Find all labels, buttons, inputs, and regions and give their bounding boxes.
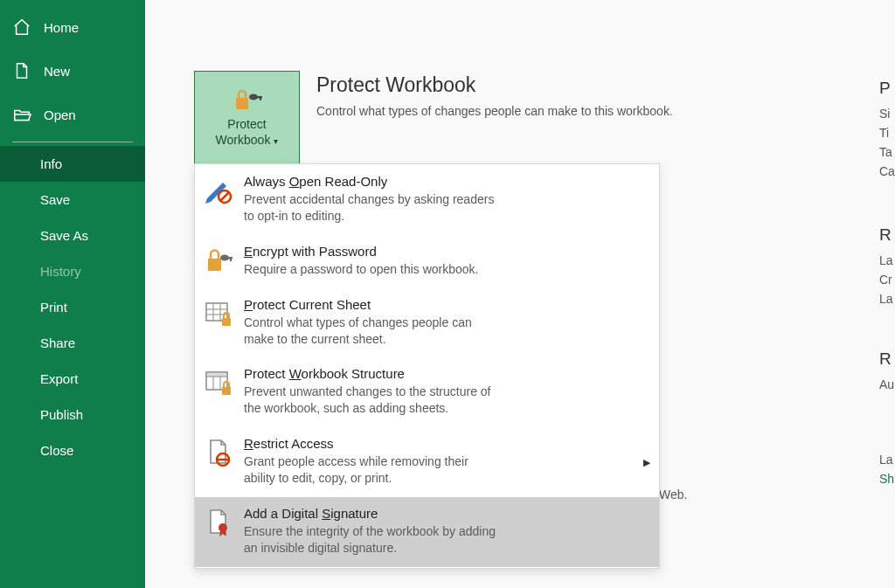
property-tags: Ta [879,145,895,159]
info-pane: Protect Workbook▾ Protect Workbook Contr… [145,0,895,588]
property-size: Si [879,107,895,121]
protect-workbook-dropdown: Always Open Read-Only Prevent accidental… [194,163,660,569]
svg-rect-17 [206,372,227,377]
menu-item-add-digital-signature[interactable]: Add a Digital Signature Ensure the integ… [195,497,659,567]
sidebar-item-close[interactable]: Close [0,432,145,468]
sidebar-item-print[interactable]: Print [0,289,145,325]
menu-item-desc: Prevent accidental changes by asking rea… [244,191,497,225]
svg-rect-3 [260,96,261,100]
sidebar-item-label: Publish [40,407,83,422]
sidebar-item-save[interactable]: Save [0,182,145,218]
show-all-properties-link[interactable]: Sh [879,472,894,486]
menu-item-encrypt-with-password[interactable]: Encrypt with Password Require a password… [195,235,659,288]
sidebar-item-label: Open [44,107,76,122]
workbook-lock-icon [204,368,233,398]
chevron-down-icon: ▾ [274,136,278,146]
menu-item-title: Restrict Access [244,436,650,451]
sidebar-divider [12,142,133,142]
menu-item-desc: Ensure the integrity of the workbook by … [244,523,497,557]
menu-item-desc: Require a password to open this workbook… [244,261,497,278]
related-people-list-2: La Sh [879,453,894,486]
sidebar-item-label: Save As [40,228,88,243]
svg-line-5 [220,192,229,201]
properties-list: Si Ti Ta Ca [879,107,895,178]
sidebar-item-label: History [40,264,81,279]
sidebar-item-label: Export [40,371,78,386]
submenu-arrow-icon: ▶ [643,457,650,468]
property-last-modified: La [879,253,893,267]
properties-heading: P [879,79,891,98]
menu-item-protect-current-sheet[interactable]: Protect Current Sheet Control what types… [195,288,659,358]
svg-rect-20 [222,387,231,395]
menu-item-title: Always Open Read-Only [244,174,650,189]
sidebar-item-label: Info [40,156,62,171]
protect-button-label: Protect Workbook▾ [216,117,279,148]
backstage-sidebar: Home New Open Info Save Save As [0,0,145,588]
sidebar-item-new[interactable]: New [0,49,145,93]
menu-item-protect-workbook-structure[interactable]: Protect Workbook Structure Prevent unwan… [195,357,659,427]
sidebar-item-open[interactable]: Open [0,93,145,136]
menu-item-restrict-access[interactable]: Restrict Access Grant people access whil… [195,427,659,497]
menu-item-title: Protect Current Sheet [244,297,650,312]
lock-key-icon [204,246,233,275]
menu-item-always-open-read-only[interactable]: Always Open Read-Only Prevent accidental… [195,165,659,235]
home-icon [12,17,31,37]
property-categories: Ca [879,164,895,178]
pencil-prohibit-icon [204,176,233,205]
sidebar-item-history: History [0,253,145,289]
sidebar-item-label: New [44,64,70,79]
svg-rect-6 [208,259,221,271]
property-created: Cr [879,273,893,287]
property-last-modified-by: La [879,453,894,467]
sidebar-item-label: Save [40,192,70,207]
svg-rect-15 [222,318,231,326]
protect-workbook-heading: Protect Workbook [316,73,475,97]
menu-item-desc: Control what types of changes people can… [244,315,497,348]
sidebar-item-share[interactable]: Share [0,325,145,361]
sidebar-item-home[interactable]: Home [0,5,145,49]
sidebar-item-export[interactable]: Export [0,361,145,397]
svg-rect-9 [230,257,232,261]
lock-key-icon [232,87,262,112]
sidebar-item-publish[interactable]: Publish [0,397,145,432]
sidebar-item-save-as[interactable]: Save As [0,218,145,253]
related-people-list: Au [879,377,894,391]
sidebar-item-label: Share [40,336,75,350]
open-folder-icon [12,105,31,124]
menu-item-title: Protect Workbook Structure [244,366,650,381]
protect-workbook-desc: Control what types of changes people can… [316,102,673,120]
sidebar-item-info[interactable]: Info [0,146,145,182]
sidebar-item-label: Home [44,20,79,35]
property-last-printed: La [879,292,893,306]
menu-item-title: Encrypt with Password [244,244,650,259]
svg-point-23 [219,523,227,532]
property-title: Ti [879,126,895,140]
menu-item-desc: Prevent unwanted changes to the structur… [244,384,497,417]
svg-rect-0 [236,98,248,109]
related-dates-list: La Cr La [879,253,893,306]
file-ribbon-icon [204,508,233,537]
menu-item-title: Add a Digital Signature [244,506,650,521]
file-prohibit-icon [204,438,233,467]
sidebar-item-label: Print [40,300,67,315]
sidebar-item-label: Close [40,443,73,458]
new-file-icon [12,61,31,80]
menu-item-desc: Grant people access while removing their… [244,453,497,487]
protect-workbook-button[interactable]: Protect Workbook▾ [194,71,300,164]
sheet-lock-icon [204,299,233,329]
related-people-heading: R [879,349,892,369]
related-dates-heading: R [879,225,892,245]
property-author: Au [879,377,894,391]
